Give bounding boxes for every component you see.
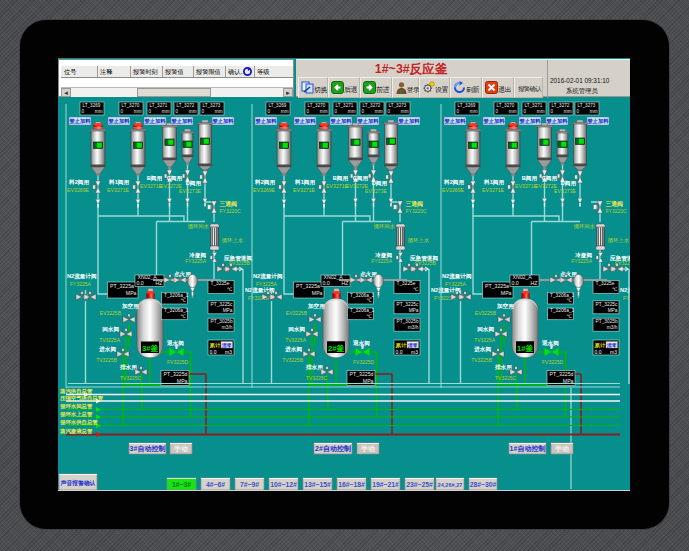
svg-text:循环回水: 循环回水: [187, 223, 209, 230]
svg-text:MPa: MPa: [223, 308, 233, 313]
svg-text:EV3272E: EV3272E: [160, 183, 182, 189]
svg-text:点火用: 点火用: [174, 271, 191, 278]
svg-text:循环水上总管: 循环水上总管: [59, 411, 93, 418]
svg-text:压缩空气供自总管: 压缩空气供自总管: [59, 395, 104, 402]
svg-text:应急管道阀: 应急管道阀: [223, 254, 252, 262]
svg-text:退水阀: 退水阀: [166, 339, 184, 347]
svg-text:累计: 累计: [209, 342, 221, 349]
svg-text:0.0: 0.0: [210, 349, 217, 355]
svg-text:1#自动控制: 1#自动控制: [510, 445, 546, 453]
svg-text:EV3273E: EV3273E: [179, 188, 201, 194]
svg-text:0: 0: [149, 109, 152, 114]
svg-text:10#~12#: 10#~12#: [270, 481, 297, 488]
svg-text:TV3225C: TV3225C: [120, 375, 142, 381]
svg-text:循环上水: 循环上水: [222, 237, 244, 244]
svg-text:EV3269E: EV3269E: [67, 187, 89, 193]
svg-text:循环水供自总管: 循环水供自总管: [59, 419, 98, 426]
svg-text:手动: 手动: [360, 445, 375, 453]
svg-text:手动: 手动: [554, 445, 569, 453]
svg-text:1#釜: 1#釜: [517, 344, 533, 353]
svg-text:2#自动控制: 2#自动控制: [315, 445, 351, 453]
svg-text:禁止加料: 禁止加料: [211, 118, 234, 125]
svg-text:EV3225B: EV3225B: [100, 310, 122, 316]
svg-text:D阀用: D阀用: [186, 180, 202, 187]
svg-text:三通阀: 三通阀: [220, 200, 238, 208]
svg-text:℃: ℃: [181, 298, 187, 303]
svg-text:MPa: MPa: [126, 290, 137, 296]
svg-text:FY3220C: FY3220C: [220, 208, 242, 214]
svg-text:B阀用: B阀用: [147, 175, 163, 182]
svg-text:4#~6#: 4#~6#: [206, 481, 225, 488]
svg-text:T_3225e: T_3225e: [211, 281, 230, 286]
svg-text:MPa: MPa: [177, 378, 188, 384]
svg-text:清零: 清零: [221, 342, 232, 349]
svg-text:19#~21#: 19#~21#: [372, 481, 399, 488]
svg-text:手动: 手动: [173, 445, 188, 453]
svg-text:3#釜: 3#釜: [142, 344, 158, 353]
svg-text:mm: mm: [162, 109, 170, 114]
svg-text:N2流量计阀: N2流量计阀: [245, 287, 275, 294]
svg-text:排水用: 排水用: [119, 364, 137, 371]
svg-text:FV3225B: FV3225B: [229, 260, 251, 266]
svg-text:加空用: 加空用: [121, 303, 139, 310]
svg-text:禁止加料: 禁止加料: [107, 118, 130, 125]
svg-text:蒸汽供自总管: 蒸汽供自总管: [59, 388, 93, 395]
svg-text:m3: m3: [225, 349, 232, 355]
svg-text:禁止加料: 禁止加料: [143, 118, 166, 125]
svg-text:mm: mm: [95, 109, 103, 114]
svg-text:FY3225A: FY3225A: [185, 258, 207, 264]
svg-text:N2流量计阀: N2流量计阀: [67, 273, 97, 280]
svg-text:23#~25#: 23#~25#: [406, 481, 433, 488]
svg-text:蒸汽凝液总管: 蒸汽凝液总管: [59, 428, 93, 435]
svg-text:LT_3273: LT_3273: [203, 103, 221, 108]
svg-text:0.0: 0.0: [137, 280, 144, 286]
svg-text:1#~3#: 1#~3#: [172, 481, 191, 488]
svg-text:进水阀: 进水阀: [98, 346, 116, 353]
svg-text:℃: ℃: [227, 287, 233, 292]
svg-text:13#~15#: 13#~15#: [304, 481, 331, 488]
svg-text:FY3225A: FY3225A: [70, 281, 92, 287]
svg-text:料1阀用: 料1阀用: [108, 179, 129, 186]
svg-text:mm: mm: [134, 109, 142, 114]
svg-text:LT_3270: LT_3270: [122, 103, 140, 108]
svg-text:mm: mm: [215, 109, 223, 114]
svg-text:循环水回总管: 循环水回总管: [59, 403, 93, 410]
svg-text:禁止加料: 禁止加料: [170, 118, 193, 125]
svg-text:PT_3025b: PT_3025b: [211, 319, 233, 324]
svg-text:HZ: HZ: [156, 280, 163, 286]
svg-text:7#~9#: 7#~9#: [240, 481, 259, 488]
svg-text:0: 0: [121, 109, 124, 114]
svg-text:禁止加料: 禁止加料: [68, 118, 91, 125]
svg-text:24,26#,27: 24,26#,27: [438, 482, 463, 488]
svg-text:0: 0: [176, 109, 179, 114]
svg-text:3#自动控制: 3#自动控制: [130, 445, 166, 453]
svg-text:LT_3269: LT_3269: [83, 103, 101, 108]
svg-text:FV3225D: FV3225D: [167, 359, 189, 365]
svg-text:T_3206a_1: T_3206a_1: [164, 308, 189, 313]
svg-text:TV3225B: TV3225B: [96, 357, 118, 363]
svg-text:2#釜: 2#釜: [328, 344, 344, 353]
svg-text:℃: ℃: [181, 314, 187, 319]
svg-text:FY3221A: FY3221A: [248, 295, 270, 301]
svg-text:料2阀用: 料2阀用: [68, 179, 89, 186]
svg-text:m3/h: m3/h: [222, 325, 233, 330]
svg-text:mm: mm: [189, 109, 197, 114]
svg-text:LT_3271: LT_3271: [150, 103, 168, 108]
svg-text:声音报警确认: 声音报警确认: [61, 479, 96, 487]
svg-text:0: 0: [82, 109, 85, 114]
svg-text:TV3225A: TV3225A: [99, 337, 121, 343]
svg-text:28#~30#: 28#~30#: [470, 481, 497, 488]
svg-text:T_3206a_1: T_3206a_1: [164, 293, 189, 298]
svg-text:0: 0: [202, 109, 205, 114]
svg-text:XN02_A: XN02_A: [138, 274, 158, 280]
svg-text:PT_3225c: PT_3225c: [211, 302, 233, 307]
svg-text:PT_3225a: PT_3225a: [110, 283, 134, 289]
svg-text:回水阀: 回水阀: [102, 326, 119, 333]
svg-text:冷凝阀: 冷凝阀: [189, 252, 206, 259]
svg-text:LT_3272: LT_3272: [177, 103, 195, 108]
svg-text:C阀用: C阀用: [167, 175, 183, 182]
svg-text:PT_3225d: PT_3225d: [164, 371, 188, 377]
svg-text:EV3271E: EV3271E: [107, 187, 129, 193]
svg-text:EV3271E: EV3271E: [140, 183, 162, 189]
svg-text:16#~18#: 16#~18#: [338, 481, 365, 488]
